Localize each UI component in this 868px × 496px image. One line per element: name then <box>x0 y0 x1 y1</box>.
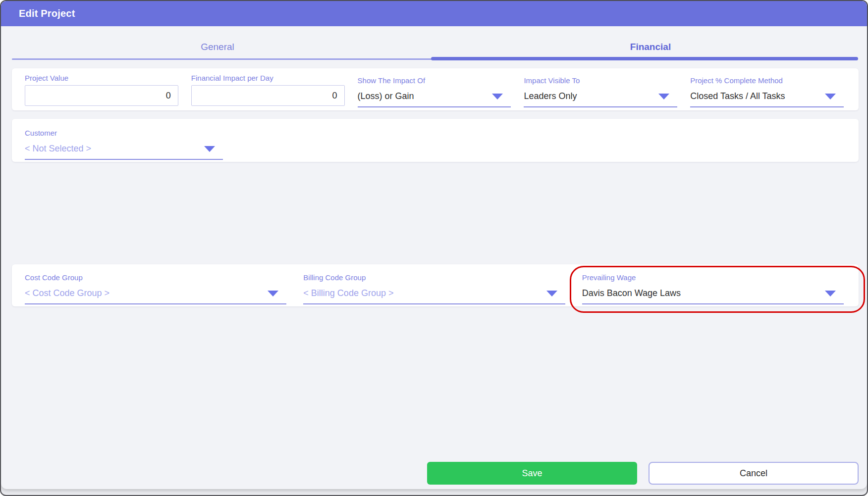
show-impact-of-label: Show The Impact Of <box>358 76 511 85</box>
chevron-down-icon <box>546 291 557 297</box>
customer-value: < Not Selected > <box>25 144 91 154</box>
billing-code-group-label: Billing Code Group <box>303 273 565 282</box>
tab-financial-label: Financial <box>630 42 671 52</box>
billing-code-group-select[interactable]: Billing Code Group < Billing Code Group … <box>303 273 565 306</box>
dialog-header: Edit Project <box>1 1 867 26</box>
show-impact-of-select[interactable]: Show The Impact Of (Loss) or Gain <box>358 76 511 110</box>
customer-card: Customer < Not Selected > <box>12 119 859 162</box>
cost-code-group-label: Cost Code Group <box>25 273 286 282</box>
pct-complete-method-value: Closed Tasks / All Tasks <box>690 91 785 101</box>
impact-per-day-field: Financial Impact per Day <box>191 74 345 110</box>
impact-per-day-label: Financial Impact per Day <box>191 74 345 82</box>
dialog-title: Edit Project <box>1 8 75 19</box>
chevron-down-icon <box>204 146 215 152</box>
show-impact-of-value: (Loss) or Gain <box>358 91 414 101</box>
impact-visible-to-value: Leaders Only <box>524 91 577 101</box>
tab-general[interactable]: General <box>1 33 434 61</box>
chevron-down-icon <box>825 291 836 297</box>
edit-project-dialog: Edit Project General Financial Project V… <box>0 0 868 496</box>
project-value-label: Project Value <box>25 74 178 82</box>
prevailing-wage-value: Davis Bacon Wage Laws <box>582 288 681 298</box>
impact-visible-to-select[interactable]: Impact Visible To Leaders Only <box>524 76 677 110</box>
billing-code-group-value: < Billing Code Group > <box>303 288 393 298</box>
impact-visible-to-label: Impact Visible To <box>524 76 677 85</box>
tab-underline-active <box>431 57 858 60</box>
tab-general-label: General <box>201 42 234 52</box>
prevailing-wage-label: Prevailing Wage <box>582 273 844 282</box>
save-button[interactable]: Save <box>427 462 637 485</box>
tab-underline-inactive <box>12 58 433 60</box>
customer-label: Customer <box>25 129 223 137</box>
dialog-body: Edit Project General Financial Project V… <box>1 1 867 489</box>
code-groups-card: Cost Code Group < Cost Code Group > Bill… <box>12 264 859 306</box>
chevron-down-icon <box>268 291 278 297</box>
prevailing-wage-select[interactable]: Prevailing Wage Davis Bacon Wage Laws <box>582 273 844 306</box>
pct-complete-method-select[interactable]: Project % Complete Method Closed Tasks /… <box>690 76 844 110</box>
chevron-down-icon <box>658 94 669 99</box>
cost-code-group-value: < Cost Code Group > <box>25 288 109 298</box>
pct-complete-method-label: Project % Complete Method <box>690 76 844 85</box>
financial-values-card: Project Value Financial Impact per Day S… <box>12 68 859 110</box>
project-value-field: Project Value <box>25 74 178 110</box>
customer-select[interactable]: Customer < Not Selected > <box>25 129 223 160</box>
cost-code-group-select[interactable]: Cost Code Group < Cost Code Group > <box>25 273 286 306</box>
chevron-down-icon <box>492 94 503 99</box>
cancel-button[interactable]: Cancel <box>649 462 859 485</box>
project-value-input[interactable] <box>25 85 178 106</box>
chevron-down-icon <box>825 94 836 99</box>
impact-per-day-input[interactable] <box>191 85 345 106</box>
